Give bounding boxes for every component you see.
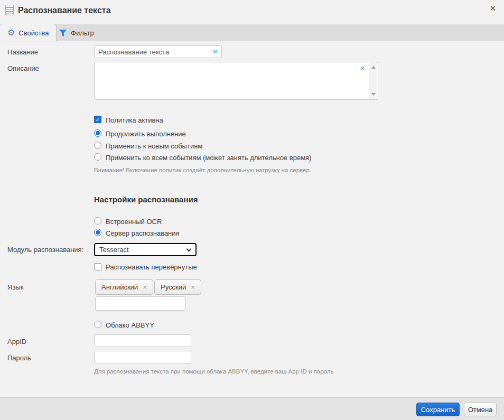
radio-apply-new-label: Применить к новым событиям <box>106 142 202 150</box>
tab-bar: ⚙ Свойства Фильтр <box>0 24 504 41</box>
radio-server[interactable] <box>94 229 101 236</box>
chevron-down-icon <box>186 247 192 252</box>
module-label: Модуль распознавания: <box>7 246 83 254</box>
scroll-down-icon[interactable] <box>371 93 376 96</box>
clear-description-icon[interactable]: ✕ <box>360 65 365 72</box>
radio-apply-all[interactable] <box>94 153 101 161</box>
radio-continue-label: Продолжить выполнение <box>106 130 186 138</box>
language-tag-english[interactable]: Английский × <box>95 279 153 295</box>
radio-server-label: Сервер распознавания <box>106 229 180 237</box>
radio-builtin-ocr[interactable] <box>94 217 101 225</box>
dialog-footer: Сохранить Отмена <box>0 397 504 420</box>
abbyy-hint: Для распознавания текста при помощи обла… <box>94 368 333 375</box>
password-input[interactable] <box>94 351 191 363</box>
description-textarea[interactable]: ✕ <box>94 62 378 100</box>
tab-filter-label: Фильтр <box>71 29 94 37</box>
dialog-header: Распознавание текста ✕ <box>0 0 504 24</box>
radio-apply-new[interactable] <box>94 142 101 149</box>
module-select[interactable]: Tesseract <box>94 243 197 256</box>
name-input[interactable] <box>94 45 222 58</box>
description-label: Описание <box>7 64 39 72</box>
clear-name-icon[interactable]: ✕ <box>212 48 218 55</box>
appid-input[interactable] <box>94 334 191 347</box>
cancel-button[interactable]: Отмена <box>464 403 497 416</box>
appid-label: AppID <box>7 338 26 346</box>
password-label: Пароль <box>7 354 31 362</box>
policy-document-icon <box>5 5 14 15</box>
remove-tag-icon[interactable]: × <box>191 283 195 291</box>
funnel-icon <box>59 29 67 37</box>
language-input[interactable] <box>95 296 186 311</box>
policy-active-label: Политика активна <box>106 116 163 124</box>
remove-tag-icon[interactable]: × <box>143 283 147 291</box>
rotated-label: Распознавать перевёрнутые <box>106 263 197 271</box>
tab-properties-label: Свойства <box>18 29 49 37</box>
scrollbar[interactable] <box>369 63 377 99</box>
gear-icon: ⚙ <box>7 29 15 37</box>
language-tag-russian-label: Русский <box>161 283 186 291</box>
policy-warning: Внимание! Включение политик создаёт допо… <box>94 167 311 173</box>
language-label: Язык <box>7 283 23 291</box>
module-select-value: Tesseract <box>99 246 129 254</box>
language-tag-russian[interactable]: Русский × <box>154 279 201 295</box>
rotated-checkbox[interactable] <box>94 263 101 270</box>
radio-builtin-ocr-label: Встроенный OCR <box>106 218 162 226</box>
scroll-up-icon[interactable] <box>371 66 376 69</box>
section-title: Настройки распознавания <box>94 195 198 204</box>
dialog-title: Распознавание текста <box>18 6 111 15</box>
language-tag-english-label: Английский <box>101 283 138 291</box>
policy-active-checkbox[interactable]: ✓ <box>94 116 101 123</box>
save-button[interactable]: Сохранить <box>416 403 460 416</box>
close-icon[interactable]: ✕ <box>487 2 499 15</box>
radio-continue[interactable] <box>94 129 101 137</box>
tab-filter[interactable]: Фильтр <box>51 24 101 41</box>
name-label: Название <box>7 48 38 56</box>
radio-abbyy-cloud-label: Облако ABBYY <box>106 321 154 329</box>
tab-properties[interactable]: ⚙ Свойства <box>0 24 56 41</box>
radio-abbyy-cloud[interactable] <box>94 321 101 328</box>
radio-apply-all-label: Применить ко всем событиям (может занять… <box>106 154 311 162</box>
